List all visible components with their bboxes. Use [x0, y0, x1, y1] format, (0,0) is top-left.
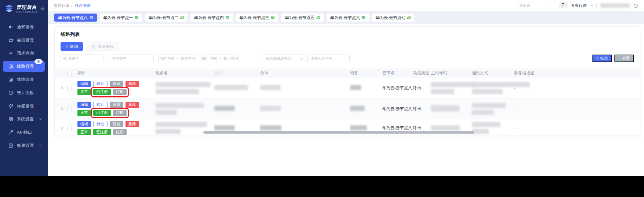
sidebar-item-line-mgmt-2[interactable]: 线路管理: [3, 74, 45, 85]
row-checkbox[interactable]: [67, 126, 72, 130]
redacted-partner: [260, 106, 350, 112]
settings-button[interactable]: 设置: [110, 121, 123, 127]
crown-icon: [8, 37, 13, 42]
col-caller-number: 主叫号码: [431, 70, 472, 76]
select-all-checkbox[interactable]: [67, 71, 72, 75]
status-badge-unregister: 注销: [113, 89, 127, 95]
edit-button[interactable]: 编辑: [77, 121, 91, 127]
settings-button[interactable]: 设置: [110, 102, 123, 108]
transfer-button[interactable]: 转让: [93, 121, 108, 127]
add-button[interactable]: + 新增: [61, 42, 83, 51]
avatar[interactable]: [559, 1, 567, 10]
reset-button[interactable]: ○ 重置: [614, 55, 634, 62]
redacted-line-name: [156, 82, 214, 94]
keyword-input[interactable]: [68, 56, 101, 60]
logout-power-icon[interactable]: [633, 3, 638, 8]
function-type-cell: 呼出: [413, 106, 431, 112]
col-partner: 伙伴: [260, 70, 350, 76]
sidebar-item-billing[interactable]: 账单管理: [3, 140, 45, 151]
bill-icon: [8, 143, 13, 148]
security-code-input[interactable]: [516, 2, 551, 9]
quote-icon: “: [8, 51, 13, 56]
col-customer: 客户: [214, 70, 260, 76]
sidebar-item-script-query[interactable]: “ 话术查询: [3, 48, 45, 59]
sidebar-item-stats-panel[interactable]: 统计面板: [3, 87, 45, 98]
id-tag: ID: [271, 16, 274, 20]
layers-logo-icon: [4, 4, 14, 13]
keyword-search-field[interactable]: [61, 55, 104, 62]
tab-node-3[interactable]: 华为云-云节点三ID: [236, 14, 279, 22]
tab-node-5[interactable]: 华为云-云节点五ID: [281, 14, 324, 22]
trash-icon: [92, 44, 96, 49]
table-row: 编辑 转让 设置 删除 正常 已注册 注销: [55, 98, 640, 119]
username[interactable]: 张睿代理: [571, 3, 587, 8]
tab-node-1[interactable]: 华为云-云节点一ID: [100, 14, 142, 22]
redacted-partner: [260, 125, 350, 131]
col-comm-method: 通讯方式: [472, 70, 514, 76]
expand-row-icon[interactable]: [60, 86, 63, 89]
tab-node-4[interactable]: 华为云-云节点四ID: [190, 14, 233, 22]
funnel-icon: ▽: [596, 57, 598, 60]
status-badge-normal: 正常: [77, 129, 91, 135]
delete-button[interactable]: 删除: [125, 102, 139, 108]
redacted-comm-method: [472, 122, 514, 134]
breadcrumb-current[interactable]: 线路管理: [74, 3, 91, 8]
page: 管理后台 MANAGEMENT 通知管理 会员管理: [0, 0, 644, 197]
customer-name-input[interactable]: [310, 56, 346, 60]
chevron-down-icon[interactable]: [590, 3, 593, 6]
sidebar-item-notification-mgmt[interactable]: 通知管理: [3, 21, 45, 32]
batch-delete-button[interactable]: 批量删除: [87, 42, 119, 51]
transfer-button[interactable]: 转让: [93, 102, 108, 108]
topbar: 当前位置： 线路管理 张睿代理: [48, 0, 644, 11]
function-type-input[interactable]: [112, 56, 150, 60]
horizontal-scrollbar[interactable]: [203, 131, 474, 134]
reset-circle-icon: ○: [619, 57, 621, 60]
sidebar-item-member-mgmt[interactable]: 会员管理: [3, 34, 45, 45]
function-type-field[interactable]: [109, 55, 154, 62]
deadline-range-picker[interactable]: 截止时间 ~ 截止时间: [201, 55, 239, 62]
expand-row-icon[interactable]: [60, 107, 63, 110]
edit-button[interactable]: 编辑: [77, 102, 91, 108]
grid-icon: [8, 116, 13, 122]
tab-node-8[interactable]: 华为云-云节点八ID: [54, 14, 97, 22]
sidebar-item-label: 系统设置: [17, 116, 34, 122]
col-line-name: 线路名: [156, 70, 214, 76]
sidebar-item-label: 账单管理: [17, 143, 34, 148]
id-tag: ID: [135, 16, 138, 20]
row-checkbox[interactable]: [67, 86, 72, 90]
tab-node-6[interactable]: 华为云-云节点六ID: [327, 14, 369, 22]
tab-node-7[interactable]: 华为云-云节点七ID: [372, 14, 415, 22]
filter-button[interactable]: ▽ 筛选: [592, 55, 612, 62]
plus-icon: +: [66, 44, 68, 49]
redacted-partner: [260, 85, 350, 91]
tab-node-2[interactable]: 华为云-云节点二ID: [145, 14, 188, 22]
customer-name-field[interactable]: [307, 55, 350, 62]
delete-button[interactable]: 删除: [125, 81, 139, 87]
row-checkbox[interactable]: [67, 107, 72, 111]
line-status-select[interactable]: 请选择线路状态: [263, 55, 305, 62]
edit-button[interactable]: 编辑: [77, 81, 91, 87]
table-row: 编辑 转让 设置 删除 正常 已注册 注销: [55, 78, 640, 98]
sidebar-item-tag-mgmt[interactable]: 标签管理: [3, 100, 45, 111]
sidebar-item-api[interactable]: API接口: [3, 127, 45, 138]
status-badge-normal: 正常: [77, 110, 91, 116]
settings-button[interactable]: 设置: [110, 81, 123, 87]
toolbar: + 新增 批量删除: [61, 42, 119, 51]
expand-row-icon[interactable]: [60, 126, 63, 129]
breadcrumb: 当前位置：: [54, 3, 74, 8]
status-badge-registered: 已注册: [93, 89, 111, 95]
sidebar-item-line-mgmt[interactable]: 线路管理 新: [3, 61, 45, 72]
main-area: 当前位置： 线路管理 张睿代理 华为云-云节点八ID 华为云-云: [48, 0, 644, 176]
id-tag: ID: [90, 16, 93, 20]
redacted-comm-method: [472, 103, 514, 115]
create-time-range-picker[interactable]: 创建时间 ~ 创建时间: [159, 55, 196, 62]
range-separator: ~: [176, 56, 178, 60]
transfer-button[interactable]: 转让: [93, 81, 108, 87]
col-server-desc: 服务端描述: [514, 70, 640, 76]
sidebar-collapse-icon[interactable]: [40, 6, 45, 11]
col-cloud-node: 云节点: [382, 70, 413, 76]
sidebar-item-system-settings[interactable]: 系统设置: [3, 114, 45, 124]
delete-button[interactable]: 删除: [125, 121, 139, 127]
chevron-down-icon: [39, 143, 42, 146]
status-highlight-group: 已注册 注销: [93, 89, 127, 95]
